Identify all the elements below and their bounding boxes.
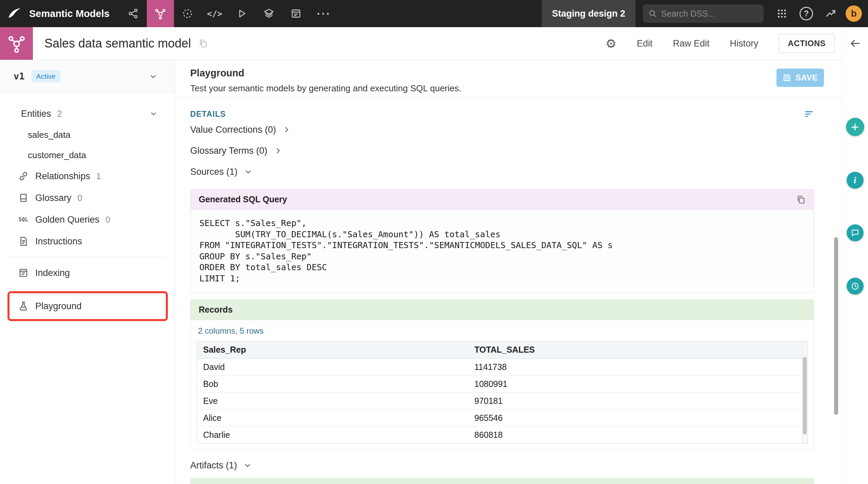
sources-label: Sources (1)	[190, 167, 238, 177]
sidebar-item-entities[interactable]: Entities 2	[0, 103, 175, 125]
relationships-count: 1	[96, 171, 101, 181]
cell-total-sales: 1141738	[468, 358, 802, 375]
chevron-down-icon[interactable]	[244, 167, 253, 176]
cell-sales-rep: Alice	[197, 409, 468, 426]
sidebar-item-playground[interactable]: Playground	[0, 295, 175, 317]
glossary-count: 0	[78, 193, 82, 203]
header-actions: ⚙ Edit Raw Edit History ACTIONS	[606, 34, 842, 53]
column-header-sales-rep: Sales_Rep	[197, 341, 468, 358]
semantic-model-badge-icon	[0, 27, 33, 60]
cell-total-sales: 860818	[468, 426, 802, 443]
notebook-icon[interactable]	[282, 0, 310, 27]
table-row: Alice 965546	[197, 409, 802, 426]
section-value-corrections[interactable]: Value Corrections (0)	[190, 119, 814, 140]
sidebar-item-relationships[interactable]: Relationships 1	[0, 165, 175, 187]
sidebar-item-indexing[interactable]: Indexing	[0, 262, 175, 284]
table-scrollbar-thumb[interactable]	[803, 357, 807, 434]
section-glossary-terms[interactable]: Glossary Terms (0)	[190, 140, 814, 161]
bird-icon	[7, 6, 22, 21]
chevron-right-icon[interactable]	[282, 125, 291, 134]
records-summary: 2 columns, 5 rows	[197, 323, 808, 341]
actions-button[interactable]: ACTIONS	[779, 34, 835, 53]
sql-line: ORDER BY total_sales DESC	[199, 262, 805, 273]
cell-sales-rep: Bob	[197, 375, 468, 392]
sql-card-title: Generated SQL Query	[199, 194, 287, 204]
semantic-models-icon[interactable]	[147, 0, 174, 27]
glossary-label: Glossary	[35, 193, 72, 203]
cell-sales-rep: David	[197, 358, 468, 375]
relationships-label: Relationships	[35, 171, 90, 182]
global-search[interactable]	[643, 4, 764, 23]
flow-icon[interactable]	[120, 0, 147, 27]
main-panel: Playground Test your semantic models by …	[175, 60, 842, 484]
cell-sales-rep: Charlie	[197, 426, 468, 443]
page-title: Sales data semantic model	[44, 36, 191, 51]
book-icon	[17, 193, 30, 203]
table-scrollbar-track[interactable]	[802, 341, 807, 443]
sql-line: FROM "INTEGRATION_TESTS"."INTEGRATION_TE…	[199, 240, 805, 251]
collapse-panel-arrow-icon[interactable]	[849, 37, 861, 50]
sidebar-item-sales-data[interactable]: sales_data	[0, 125, 175, 145]
entities-label: Entities	[21, 109, 51, 119]
more-apps-icon[interactable]: ⋯	[310, 0, 337, 27]
code-icon[interactable]: </>	[201, 0, 228, 27]
edit-link[interactable]: Edit	[637, 38, 653, 49]
sidebar-item-instructions[interactable]: Instructions	[0, 230, 175, 252]
collapse-all-icon[interactable]	[804, 109, 814, 119]
section-artifacts[interactable]: Artifacts (1)	[190, 455, 814, 476]
main-scrollbar-thumb[interactable]	[834, 237, 838, 415]
add-button[interactable]: +	[846, 118, 864, 136]
column-header-total-sales: TOTAL_SALES	[468, 341, 802, 358]
sidebar-nav: Entities 2 sales_data customer_data Rela…	[0, 93, 175, 321]
chevron-down-icon[interactable]	[149, 72, 158, 81]
records-table-wrap: Sales_Rep TOTAL_SALES David 1141738 Bob	[197, 341, 808, 444]
page-header: Sales data semantic model ⚙ Edit Raw Edi…	[0, 27, 842, 60]
sql-line: SUM(TRY_TO_DECIMAL(s."Sales_Amount")) AS…	[199, 229, 805, 240]
table-row: Eve 970181	[197, 392, 802, 409]
right-rail: + i	[842, 27, 868, 484]
play-icon[interactable]	[228, 0, 255, 27]
sidebar-item-glossary[interactable]: Glossary 0	[0, 187, 175, 209]
indexing-label: Indexing	[35, 268, 70, 278]
version-selector[interactable]: v1 Active	[0, 60, 175, 93]
playground-highlight-wrap: Playground	[0, 291, 175, 321]
sidebar-item-golden-queries[interactable]: SQL Golden Queries 0	[0, 209, 175, 230]
records-card-header: Records	[191, 300, 814, 320]
search-input[interactable]	[661, 9, 758, 19]
user-avatar[interactable]: b	[846, 5, 862, 22]
details-label: DETAILS	[190, 110, 226, 119]
chat-help-button[interactable]	[847, 224, 864, 241]
dataiku-logo[interactable]	[0, 0, 29, 27]
raw-edit-link[interactable]: Raw Edit	[673, 38, 709, 49]
chevron-down-icon[interactable]	[150, 110, 158, 118]
apps-grid-icon[interactable]	[770, 0, 794, 27]
activity-icon[interactable]	[818, 0, 843, 27]
playground-label: Playground	[35, 301, 82, 312]
automation-icon[interactable]	[174, 0, 201, 27]
copy-sql-icon[interactable]	[796, 195, 806, 204]
chevron-right-icon[interactable]	[274, 146, 282, 155]
info-button[interactable]: i	[847, 172, 864, 189]
project-selector[interactable]: Staging design 2	[542, 0, 635, 27]
history-clock-button[interactable]	[847, 278, 864, 295]
sidebar-item-customer-data[interactable]: customer_data	[0, 145, 175, 165]
value-corrections-label: Value Corrections (0)	[190, 125, 276, 135]
sql-card-header: Generated SQL Query	[191, 189, 814, 210]
records-card: Records 2 columns, 5 rows Sales_Rep TOTA…	[190, 299, 814, 449]
chevron-down-icon[interactable]	[243, 461, 252, 470]
save-button[interactable]: SAVE	[776, 69, 824, 87]
active-badge: Active	[32, 70, 60, 82]
records-card-body: 2 columns, 5 rows Sales_Rep TOTAL_SALES …	[191, 320, 814, 449]
settings-gear-icon[interactable]: ⚙	[606, 37, 616, 51]
save-label: SAVE	[795, 73, 818, 82]
topnav-icon-bar: </> ⋯	[120, 0, 337, 27]
history-link[interactable]: History	[730, 38, 758, 49]
playground-header: Playground Test your semantic models by …	[175, 60, 842, 97]
sql-line: LIMIT 1;	[199, 273, 805, 284]
copy-name-icon[interactable]	[198, 39, 208, 48]
artifact-records-card: Records	[190, 478, 814, 484]
catalog-icon[interactable]	[255, 0, 282, 27]
cell-total-sales: 1080991	[468, 375, 802, 392]
help-icon[interactable]: ?	[794, 0, 818, 27]
section-sources[interactable]: Sources (1)	[190, 161, 814, 182]
